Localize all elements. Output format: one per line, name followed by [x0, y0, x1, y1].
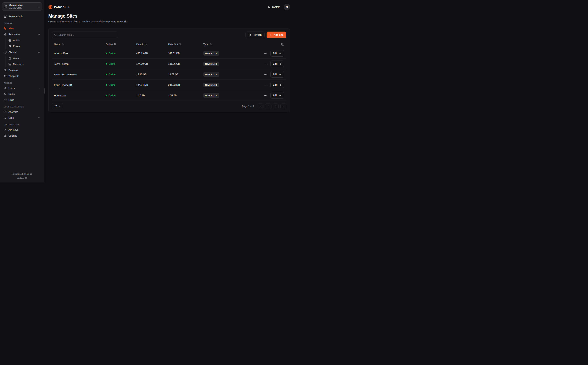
chevron-up-icon	[38, 33, 40, 35]
sidebar-item-sites[interactable]: Sites	[2, 26, 42, 31]
sidebar-item-server-admin[interactable]: Server Admin	[2, 14, 42, 19]
globe-icon	[8, 39, 11, 42]
sidebar-item-analytics[interactable]: Analytics	[2, 109, 42, 115]
column-header-data-in[interactable]: Data In	[136, 43, 168, 46]
row-menu-button[interactable]	[263, 62, 268, 66]
last-page-button[interactable]	[280, 103, 286, 109]
chevrons-up-down-icon	[37, 5, 40, 8]
edit-button[interactable]: Edit	[270, 50, 284, 56]
edit-label: Edit	[273, 52, 277, 55]
site-name: Edge Device 01	[54, 84, 106, 86]
column-visibility-button[interactable]	[281, 43, 284, 46]
sort-icon	[179, 43, 181, 45]
search-icon	[54, 34, 57, 36]
sidebar-item-client-users[interactable]: Users	[7, 56, 42, 61]
sidebar-item-label: Settings	[8, 134, 17, 137]
search-box	[52, 32, 118, 38]
sidebar-item-clients[interactable]: Clients	[2, 49, 42, 55]
sidebar-item-logs[interactable]: Logs	[2, 115, 42, 121]
version-link[interactable]: v1.13.0	[2, 177, 42, 179]
link-icon	[4, 98, 7, 101]
status-cell: Online	[106, 73, 136, 76]
edition-label: Enterprise Edition	[12, 173, 29, 175]
table-row: AWS VPC us-east-1 Online 13.10 GB 18.77 …	[52, 69, 286, 80]
chevron-up-icon	[38, 51, 40, 54]
sidebar-item-settings[interactable]: Settings	[2, 133, 42, 139]
sidebar-item-label: Logs	[8, 116, 14, 119]
column-header-data-out[interactable]: Data Out	[168, 43, 203, 46]
chevron-down-icon	[59, 105, 61, 107]
sidebar-item-label: API Keys	[8, 128, 18, 131]
row-menu-button[interactable]	[263, 83, 268, 87]
edit-button[interactable]: Edit	[270, 61, 284, 67]
edit-button[interactable]: Edit	[270, 92, 284, 99]
refresh-button[interactable]: Refresh	[245, 32, 265, 38]
user-icon	[4, 87, 7, 90]
ellipsis-icon	[264, 84, 267, 86]
sidebar-item-domains[interactable]: Domains	[2, 67, 42, 73]
key-icon	[4, 128, 7, 131]
type-badge: Newt v1.7.0	[203, 51, 219, 56]
scroll-text-icon	[4, 75, 7, 77]
prev-page-button[interactable]	[265, 103, 271, 109]
avatar[interactable]: M	[284, 4, 290, 10]
org-switcher[interactable]: Organization ACME Corp.	[2, 2, 42, 11]
row-menu-button[interactable]	[263, 51, 268, 56]
table-row: Jeff's Laptop Online 174.30 GB 181.26 GB…	[52, 59, 286, 69]
row-menu-button[interactable]	[263, 93, 268, 98]
sidebar-item-roles[interactable]: Roles	[2, 91, 42, 97]
pagination: Page 1 of 1	[242, 103, 286, 109]
chevron-left-icon	[267, 105, 269, 108]
sidebar-item-public[interactable]: Public	[7, 38, 42, 43]
data-out: 181.26 GB	[168, 63, 203, 65]
sidebar-item-label: Resources	[8, 33, 20, 36]
page-info: Page 1 of 1	[242, 105, 254, 108]
monitor-up-icon	[4, 51, 7, 54]
org-switcher-label: Organization	[9, 4, 36, 7]
sidebar-item-private[interactable]: Private	[7, 43, 42, 49]
sites-toolbar: Refresh Add Site	[52, 32, 286, 38]
server-icon	[4, 15, 7, 18]
external-link-icon	[25, 177, 27, 179]
page-size-select[interactable]: 20	[52, 103, 63, 109]
search-input[interactable]	[58, 34, 116, 36]
data-in: 13.10 GB	[136, 73, 168, 76]
row-menu-button[interactable]	[263, 72, 268, 77]
laptop-icon	[8, 57, 11, 60]
topbar-right: System M	[268, 4, 290, 10]
edition-link[interactable]: Enterprise Edition	[2, 173, 42, 175]
column-label: Name	[54, 43, 60, 46]
waypoints-icon	[4, 33, 7, 36]
version-label: v1.13.0	[17, 177, 24, 179]
sidebar-item-resources[interactable]: Resources	[2, 31, 42, 37]
sidebar-item-users[interactable]: Users	[2, 85, 42, 91]
moon-icon	[268, 6, 271, 8]
theme-toggle[interactable]: System	[268, 6, 280, 8]
edit-button[interactable]: Edit	[270, 71, 284, 78]
edit-button[interactable]: Edit	[270, 82, 284, 88]
add-site-button[interactable]: Add Site	[266, 32, 286, 38]
sidebar-item-api-keys[interactable]: API Keys	[2, 127, 42, 133]
column-header-online[interactable]: Online	[106, 43, 136, 46]
site-name: Home Lab	[54, 94, 106, 97]
status-badge: Online	[109, 94, 115, 97]
org-switcher-value: ACME Corp.	[9, 7, 36, 9]
sort-icon	[114, 43, 116, 45]
column-header-type[interactable]: Type	[203, 43, 262, 46]
sort-icon	[145, 43, 147, 45]
table-row: Home Lab Online 1.20 TB 1.53 TB Newt v1.…	[52, 90, 286, 101]
chevron-down-icon	[38, 117, 40, 119]
type-badge: Newt v1.7.0	[203, 83, 219, 87]
column-header-name[interactable]: Name	[54, 43, 106, 46]
sidebar-item-links[interactable]: Links	[2, 97, 42, 103]
sidebar-item-machines[interactable]: Machines	[7, 61, 42, 67]
pangolin-logo-icon	[48, 5, 53, 9]
sidebar-item-blueprints[interactable]: Blueprints	[2, 73, 42, 79]
online-dot-icon	[106, 74, 107, 75]
page-title: Manage Sites	[48, 14, 290, 19]
sidebar-resize-handle[interactable]	[44, 88, 44, 93]
clients-subgroup: Users Machines	[6, 56, 42, 67]
section-title-logs-analytics: LOGS & ANALYTICS	[4, 106, 40, 108]
next-page-button[interactable]	[273, 103, 279, 109]
first-page-button[interactable]	[258, 103, 263, 109]
